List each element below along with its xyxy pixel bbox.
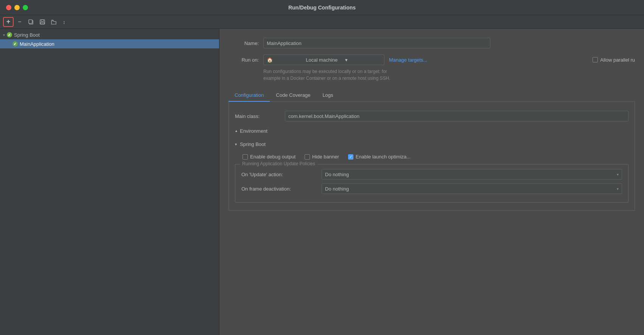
traffic-lights: [6, 5, 28, 10]
run-on-dropdown[interactable]: 🏠 Local machine ▾: [263, 54, 384, 65]
hide-banner-label: Hide banner: [312, 154, 339, 160]
toolbar: + − ↕: [0, 15, 644, 29]
tab-configuration[interactable]: Configuration: [229, 89, 270, 102]
main-class-label: Main class:: [235, 113, 280, 119]
on-frame-deactivation-value: Do nothing: [325, 186, 349, 192]
sort-configurations-button[interactable]: ↕: [60, 17, 70, 27]
allow-parallel-label: Allow parallel ru: [600, 57, 635, 63]
environment-section-header[interactable]: ▸ Environment: [229, 124, 635, 138]
hint-text: Run configurations may be executed local…: [263, 68, 635, 82]
run-on-row: Run on: 🏠 Local machine ▾ Manage targets…: [229, 54, 635, 65]
tabs-bar: Configuration Code Coverage Logs: [229, 89, 635, 102]
tree-parent-spring-boot[interactable]: ▾ Spring Boot: [0, 30, 219, 39]
environment-arrow-icon: ▸: [234, 130, 238, 132]
tree-expand-arrow: ▾: [3, 33, 5, 37]
allow-parallel-row: Allow parallel ru: [593, 57, 635, 63]
enable-debug-output-label: Enable debug output: [250, 154, 296, 160]
on-update-action-row: On 'Update' action: Do nothing ▾: [241, 169, 622, 180]
open-configuration-button[interactable]: [48, 17, 59, 27]
title-bar: Run/Debug Configurations: [0, 0, 644, 15]
name-row: Name:: [229, 38, 635, 48]
tab-logs-label: Logs: [322, 92, 333, 98]
allow-parallel-checkbox[interactable]: [593, 57, 598, 62]
enable-launch-optimization-checkbox[interactable]: [348, 154, 353, 160]
svg-rect-1: [29, 20, 32, 23]
hint-text-content: Run configurations may be executed local…: [263, 69, 390, 81]
main-layout: ▾ Spring Boot MainApplication: [0, 29, 644, 335]
minimize-button[interactable]: [14, 5, 20, 10]
policies-section: Running Application Update Policies On '…: [235, 164, 628, 203]
environment-section-label: Environment: [240, 128, 268, 134]
header-area: Name: Run on: 🏠 Local machine ▾ Manage t…: [229, 38, 635, 82]
on-update-dropdown-arrow: ▾: [617, 172, 619, 177]
hide-banner-item: Hide banner: [305, 154, 339, 160]
tab-configuration-label: Configuration: [235, 92, 264, 98]
enable-launch-optimization-label: Enable launch optimiza...: [356, 154, 411, 160]
tab-logs[interactable]: Logs: [316, 89, 339, 102]
dialog-title: Run/Debug Configurations: [288, 5, 356, 11]
svg-rect-3: [41, 20, 44, 22]
name-input[interactable]: [263, 38, 490, 48]
maximize-button[interactable]: [23, 5, 28, 10]
right-panel: Name: Run on: 🏠 Local machine ▾ Manage t…: [219, 29, 644, 335]
run-on-label: Run on:: [229, 57, 259, 63]
tab-code-coverage[interactable]: Code Coverage: [270, 89, 316, 102]
on-update-action-label: On 'Update' action:: [241, 172, 317, 177]
main-application-icon: [12, 41, 18, 47]
tree-child-main-application[interactable]: MainApplication: [0, 39, 219, 48]
on-frame-deactivation-arrow: ▾: [617, 187, 619, 191]
name-label: Name:: [229, 40, 259, 46]
spring-boot-arrow-icon: ▾: [235, 142, 237, 146]
svg-text:↕: ↕: [63, 19, 65, 25]
enable-debug-output-item: Enable debug output: [243, 154, 296, 160]
config-panel: Main class: ▸ Environment ▾ Spring Boot …: [229, 102, 635, 211]
add-configuration-button[interactable]: +: [3, 17, 14, 27]
tab-code-coverage-label: Code Coverage: [276, 92, 310, 98]
manage-targets-link[interactable]: Manage targets...: [389, 57, 427, 63]
on-update-action-value: Do nothing: [325, 172, 349, 177]
main-application-label: MainApplication: [20, 41, 54, 47]
on-frame-deactivation-label: On frame deactivation:: [241, 186, 317, 192]
spring-boot-section-label: Spring Boot: [240, 141, 266, 147]
policies-title: Running Application Update Policies: [240, 161, 317, 166]
enable-debug-output-checkbox[interactable]: [243, 154, 248, 160]
on-frame-deactivation-dropdown[interactable]: Do nothing ▾: [322, 183, 622, 194]
main-class-row: Main class:: [229, 108, 635, 124]
on-update-action-dropdown[interactable]: Do nothing ▾: [322, 169, 622, 180]
hide-banner-checkbox[interactable]: [305, 154, 310, 160]
dropdown-arrow-icon: ▾: [345, 57, 381, 63]
spring-boot-section-header[interactable]: ▾ Spring Boot: [229, 138, 635, 151]
close-button[interactable]: [6, 5, 11, 10]
svg-rect-4: [40, 22, 44, 24]
save-configuration-button[interactable]: [37, 17, 48, 27]
house-icon: 🏠: [267, 57, 303, 63]
tree-section: ▾ Spring Boot MainApplication: [0, 29, 219, 50]
spring-boot-icon: [6, 32, 12, 38]
copy-configuration-button[interactable]: [26, 17, 36, 27]
remove-configuration-button[interactable]: −: [14, 17, 25, 27]
run-on-value: Local machine: [306, 57, 342, 63]
spring-boot-label: Spring Boot: [14, 32, 40, 38]
enable-launch-optimization-item: Enable launch optimiza...: [348, 154, 411, 160]
main-class-input[interactable]: [285, 111, 628, 121]
on-frame-deactivation-row: On frame deactivation: Do nothing ▾: [241, 183, 622, 194]
left-panel: ▾ Spring Boot MainApplication: [0, 29, 219, 335]
